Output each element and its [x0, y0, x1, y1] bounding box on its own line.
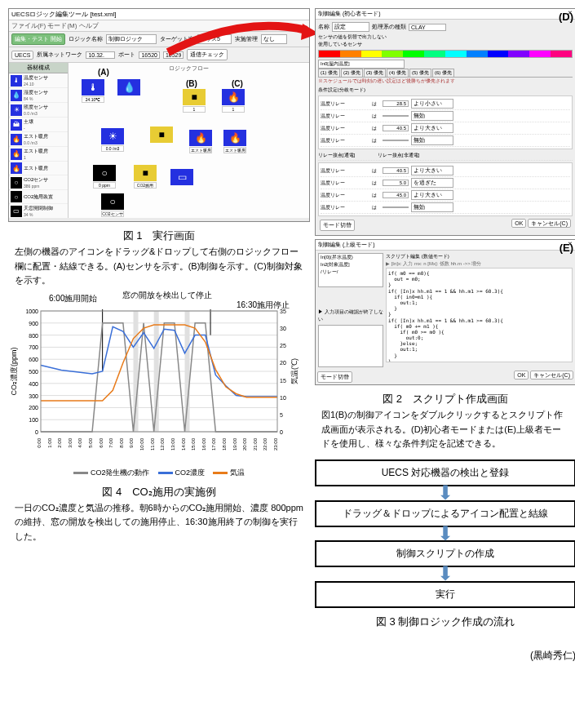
group-select[interactable]: CLAY	[409, 24, 446, 31]
cond-select[interactable]: より大きい	[411, 123, 453, 133]
cond-select[interactable]: より大きい	[411, 166, 453, 175]
fig4-chart: 6:00施用開始 窓の開放を検出して停止 16:30施用停止 010020030…	[8, 295, 310, 478]
logic-name-label: ロジック名称	[69, 35, 103, 43]
legend-co2: CO2濃度	[175, 468, 206, 477]
node-icon: ▭	[170, 169, 193, 185]
svg-text:23:00: 23:00	[273, 437, 278, 451]
group-label: 処理系の種類	[372, 23, 406, 31]
window-title: UECSロジック編集ツール [test.xml]	[9, 9, 309, 20]
svg-text:3:00: 3:00	[68, 437, 73, 447]
run-button[interactable]: 編集・テスト 開始	[11, 33, 65, 45]
cond-select[interactable]: より小さい	[411, 99, 453, 109]
ok-button-e[interactable]: OK	[514, 371, 529, 380]
rainbow-scale	[318, 50, 573, 58]
tab-bar[interactable]: (1) 優先(2) 優先(3) 優先(4) 優先(5) 優先(6) 優先	[318, 69, 573, 78]
sidebar-item[interactable]: 🌡温度センサ24.10	[9, 73, 68, 88]
control-node-b[interactable]: ■1	[183, 89, 206, 113]
sidebar-item[interactable]: ○CO2施用装置	[9, 190, 68, 204]
co2-out-node[interactable]: ○CO2センサ	[101, 193, 124, 217]
svg-text:21:00: 21:00	[253, 437, 258, 451]
svg-text:200: 200	[29, 405, 38, 411]
legend-op: CO2発生機の動作	[91, 468, 150, 477]
humidity-sensor-node[interactable]: 💧	[117, 79, 140, 95]
fig4-caption-body: 一日のCO₂濃度と気温の推移。朝6時からのCO₂施用開始、濃度 800ppm の…	[8, 501, 310, 544]
tab[interactable]: (2) 優先	[341, 69, 363, 77]
output-list[interactable]	[318, 325, 383, 367]
value-input[interactable]: 5.0	[383, 180, 409, 186]
sidebar-header: 器材構成	[9, 63, 68, 73]
script-editor[interactable]: if( m0 == m0){ out = m0; } if( [In]x hh.…	[386, 268, 573, 362]
temp-sensor-node[interactable]: 🌡24.10℃	[82, 79, 104, 103]
cond-select[interactable]: 無効	[411, 111, 453, 121]
device-icon: 🏔	[11, 119, 22, 131]
section-on-label: 条件設定(分岐モード)	[318, 87, 573, 94]
inputs-list[interactable]: In[0](昇水温度) In2[対象温度] /リレー/	[318, 253, 383, 287]
value-input[interactable]	[383, 140, 409, 141]
cancel-button-e[interactable]: キャンセル(C)	[530, 371, 573, 380]
value-input[interactable]: 40.5	[383, 167, 409, 174]
relay-off-label: リレー接点[非通電]	[378, 152, 435, 159]
tab[interactable]: (4) 優先	[387, 69, 409, 77]
device-icon: ○	[11, 177, 22, 189]
value-input[interactable]	[383, 115, 409, 117]
svg-text:0: 0	[35, 429, 38, 435]
mode-switch-button-e[interactable]: モード切替	[317, 371, 352, 383]
ok-button[interactable]: OK	[511, 219, 526, 228]
sidebar-item[interactable]: 🔥エスト暖房0.0 /m3	[9, 132, 68, 147]
value-input[interactable]: 40.5	[383, 125, 409, 131]
svg-text:600: 600	[29, 357, 38, 362]
label-c: (C)	[232, 79, 243, 88]
window-target[interactable]: ▭	[170, 169, 193, 185]
heater-target-2[interactable]: 🔥エスト暖房	[189, 130, 212, 153]
logic-canvas[interactable]: ロジックフロー (A) (B) (C) 🌡24.10℃💧■1🔥1☀0.0 /m3…	[69, 63, 309, 218]
node-icon: 🔥	[223, 130, 246, 146]
svg-text:15: 15	[280, 377, 286, 383]
sidebar-item[interactable]: 🔥エスト暖房	[9, 162, 68, 175]
svg-text:13:00: 13:00	[170, 437, 175, 451]
co2-sensor-node[interactable]: ○0 ppm	[93, 165, 116, 189]
sidebar-item[interactable]: 🔥エスト暖房1	[9, 147, 68, 162]
mode-switch-button[interactable]: モード切替	[320, 220, 355, 231]
tab[interactable]: (3) 優先	[364, 69, 386, 77]
sidebar-item[interactable]: 💧湿度センサ84 %	[9, 88, 68, 103]
heater-target-3[interactable]: 🔥エスト暖房	[223, 130, 246, 153]
logic-name-input[interactable]: 制御ロジック	[106, 34, 157, 44]
name-input[interactable]: 設定	[332, 22, 369, 32]
value-input[interactable]	[383, 206, 409, 208]
sidebar-item[interactable]: 🏔土壌-	[9, 118, 68, 132]
node-icon: 🔥	[222, 89, 245, 105]
cancel-button[interactable]: キャンセル(C)	[528, 219, 571, 228]
control-node-2[interactable]: ■	[150, 127, 173, 143]
device-icon: ☀	[11, 104, 22, 116]
value-input[interactable]: 45.0	[383, 192, 409, 198]
port-a[interactable]: 16520	[139, 51, 159, 59]
cond-select[interactable]: 無効	[411, 202, 453, 212]
heater-target-c[interactable]: 🔥1	[222, 89, 245, 113]
down-arrow-icon: ⬇	[315, 567, 575, 581]
control-node-co2[interactable]: ■CO2施用	[134, 165, 157, 189]
cond-select[interactable]: を過ぎた	[411, 178, 453, 188]
ip-field[interactable]: 10.32.	[86, 51, 115, 59]
tab[interactable]: (1) 優先	[318, 69, 340, 77]
tab[interactable]: (6) 優先	[432, 69, 454, 77]
sensor-line[interactable]: In0[屋内温度]	[318, 60, 405, 69]
note1: センサの値を切替で出力しない	[318, 33, 573, 41]
sidebar-item[interactable]: ▭天窓開閉制御34 %	[9, 204, 68, 218]
left-note: ▶ 入力項目の確認が終了しない	[318, 309, 383, 323]
cond-select[interactable]: より大きい	[411, 190, 453, 200]
svg-text:16:00: 16:00	[201, 437, 206, 451]
rows-on: 温度リレーは28.5より小さい温度リレーは無効温度リレーは40.5より大きい温度…	[318, 95, 573, 149]
value-input[interactable]: 28.5	[383, 100, 409, 107]
tab[interactable]: (5) 優先	[409, 69, 431, 77]
sidebar-item[interactable]: ☀照度センサ0.0 /m3	[9, 103, 68, 118]
label-a: (A)	[98, 68, 109, 77]
light-sensor-node[interactable]: ☀0.0 /m3	[101, 128, 124, 152]
svg-text:22:00: 22:00	[263, 437, 268, 451]
svg-text:100: 100	[29, 417, 38, 423]
sidebar-item[interactable]: ○CO2センサ386 ppm	[9, 175, 68, 190]
node-icon: 💧	[117, 79, 140, 95]
svg-text:6:00: 6:00	[99, 437, 104, 447]
cond-select[interactable]: 無効	[411, 135, 453, 145]
rows-off: 温度リレーは40.5より大きい温度リレーは5.0を過ぎた温度リレーは45.0より…	[318, 162, 573, 216]
network-label: 所属ネットワーク	[37, 51, 82, 59]
